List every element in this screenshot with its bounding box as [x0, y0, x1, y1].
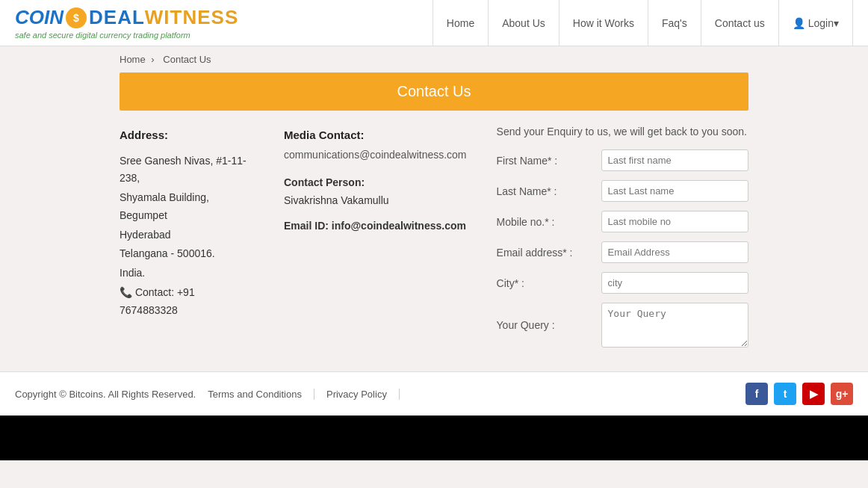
- nav-login[interactable]: 👤 Login ▾: [779, 0, 853, 46]
- banner-title: Contact Us: [397, 83, 471, 99]
- query-row: Your Query :: [497, 303, 748, 348]
- nav-contact[interactable]: Contact us: [701, 0, 779, 46]
- media-label: Media Contact:: [284, 126, 467, 145]
- nav-how-it-works[interactable]: How it Works: [559, 0, 648, 46]
- footer-copyright: Copyright © Bitcoins. All Rights Reserve…: [15, 389, 196, 400]
- form-intro: Send your Enquiry to us, we will get bac…: [497, 126, 748, 138]
- address-label: Address:: [120, 126, 254, 145]
- city-label: City* :: [497, 277, 601, 289]
- email-id-label: Email ID: info@coindealwitness.com: [284, 217, 467, 235]
- address-line1: Sree Ganesh Nivas, #1-11-238,: [120, 152, 254, 188]
- address-line2: Shyamala Building, Begumpet: [120, 189, 254, 225]
- gplus-icon[interactable]: g+: [831, 383, 853, 405]
- last-name-input[interactable]: [601, 180, 748, 202]
- logo-tagline: safe and secure digital currency trading…: [15, 31, 238, 40]
- address-phone: 📞 Contact: +91 7674883328: [120, 284, 254, 320]
- city-input[interactable]: [601, 272, 748, 294]
- mobile-row: Mobile no.* :: [497, 211, 748, 232]
- logo: COIN $ DEALWITNESS: [15, 6, 238, 29]
- facebook-icon[interactable]: f: [745, 383, 768, 405]
- address-city: Hyderabad: [120, 226, 254, 244]
- logo-witness-text: WITNESS: [145, 6, 238, 29]
- header: COIN $ DEALWITNESS safe and secure digit…: [0, 0, 868, 46]
- address-country: India.: [120, 265, 254, 282]
- contact-person: Sivakrishna Vakamullu: [284, 194, 389, 206]
- footer-terms-link[interactable]: Terms and Conditions: [196, 389, 314, 400]
- main-content: Address: Sree Ganesh Nivas, #1-11-238, S…: [120, 126, 748, 356]
- form-section: Send your Enquiry to us, we will get bac…: [482, 126, 748, 356]
- twitter-icon[interactable]: t: [774, 383, 796, 405]
- mobile-label: Mobile no.* :: [497, 216, 601, 228]
- contact-person-label: Contact Person:: [284, 174, 467, 192]
- first-name-input[interactable]: [601, 149, 748, 171]
- footer-left: Copyright © Bitcoins. All Rights Reserve…: [15, 389, 400, 400]
- logo-deal-text: DEAL: [89, 6, 145, 29]
- logo-coin-text: COIN: [15, 6, 63, 29]
- query-label: Your Query :: [497, 319, 601, 331]
- last-name-label: Last Name* :: [497, 185, 601, 197]
- nav-faqs[interactable]: Faq's: [648, 0, 701, 46]
- phone-icon: 📞: [120, 286, 132, 298]
- black-strip: [0, 416, 868, 460]
- breadcrumb-home[interactable]: Home: [120, 54, 146, 65]
- breadcrumb: Home › Contact Us: [0, 46, 868, 72]
- email-row: Email address* :: [497, 241, 748, 263]
- nav-home[interactable]: Home: [433, 0, 489, 46]
- footer-privacy-link[interactable]: Privacy Policy: [314, 389, 400, 400]
- last-name-row: Last Name* :: [497, 180, 748, 202]
- contact-banner: Contact Us: [120, 72, 748, 111]
- city-row: City* :: [497, 272, 748, 294]
- address-section: Address: Sree Ganesh Nivas, #1-11-238, S…: [120, 126, 269, 356]
- nav-about[interactable]: About Us: [489, 0, 559, 46]
- email-label: Email address* :: [497, 247, 601, 259]
- youtube-icon[interactable]: ▶: [802, 383, 825, 405]
- address-state: Telangana - 500016.: [120, 245, 254, 263]
- footer: Copyright © Bitcoins. All Rights Reserve…: [0, 371, 868, 416]
- main-nav: Home About Us How it Works Faq's Contact…: [433, 0, 853, 46]
- breadcrumb-separator: ›: [151, 54, 154, 65]
- breadcrumb-current: Contact Us: [163, 54, 211, 65]
- mobile-input[interactable]: [601, 211, 748, 232]
- email-input[interactable]: [601, 241, 748, 263]
- social-icons: f t ▶ g+: [745, 383, 853, 405]
- first-name-label: First Name* :: [497, 155, 601, 167]
- query-input[interactable]: [601, 303, 748, 348]
- media-email[interactable]: communications@coindealwitness.com: [284, 149, 467, 161]
- media-section: Media Contact: communications@coindealwi…: [269, 126, 482, 356]
- user-icon: 👤: [793, 17, 805, 29]
- logo-area: COIN $ DEALWITNESS safe and secure digit…: [15, 6, 238, 40]
- first-name-row: First Name* :: [497, 149, 748, 171]
- coin-icon: $: [66, 7, 87, 28]
